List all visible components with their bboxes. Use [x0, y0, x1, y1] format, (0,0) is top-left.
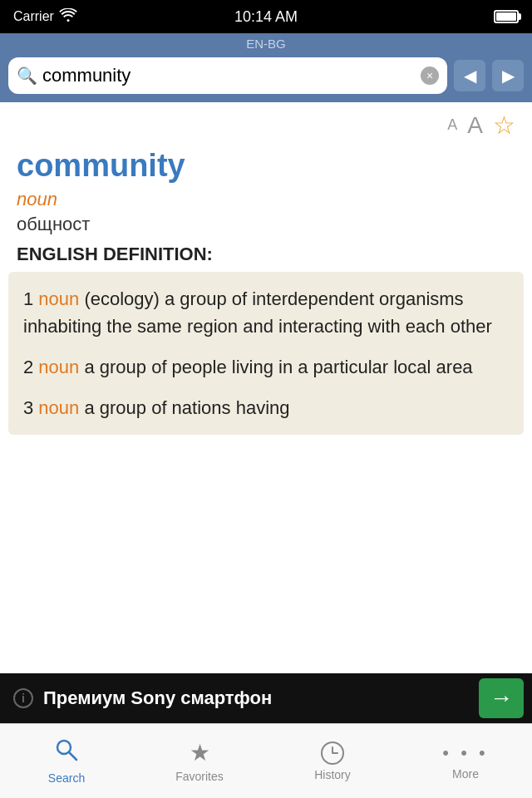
back-arrow-icon: ◀ — [464, 66, 476, 86]
info-icon: i — [22, 692, 25, 705]
lang-label: EN-BG — [0, 33, 532, 52]
def-noun-1: noun — [38, 288, 79, 309]
font-controls: A A ☆ — [0, 102, 532, 143]
tab-search[interactable]: Search — [0, 724, 133, 798]
word-translation: общност — [0, 212, 532, 240]
def-noun-3: noun — [38, 397, 79, 418]
favorite-star-button[interactable]: ☆ — [493, 111, 515, 140]
svg-line-1 — [69, 752, 76, 760]
carrier-label: Carrier — [13, 9, 54, 24]
tab-more[interactable]: • • • More — [399, 724, 532, 798]
wifi-icon — [59, 8, 77, 25]
status-bar: Carrier 10:14 AM — [0, 0, 532, 33]
definition-box: 1 noun (ecology) a group of interdepende… — [8, 272, 524, 435]
search-icon: 🔍 — [17, 66, 37, 86]
word-type: noun — [0, 187, 532, 212]
font-small-label[interactable]: A — [447, 116, 457, 134]
favorites-tab-icon: ★ — [190, 739, 210, 766]
ad-text: Премиум Sony смартфон — [33, 687, 479, 709]
carrier: Carrier — [13, 8, 77, 25]
definition-entry-2: 2 noun a group of people living in a par… — [23, 353, 509, 381]
ad-banner[interactable]: i Премиум Sony смартфон → — [0, 673, 532, 723]
search-input[interactable] — [42, 65, 416, 86]
more-tab-icon: • • • — [442, 742, 488, 764]
ad-info-button[interactable]: i — [13, 688, 33, 708]
battery-icon — [494, 10, 519, 23]
tab-history[interactable]: History — [266, 724, 399, 798]
def-text-2: a group of people living in a particular… — [79, 357, 472, 377]
def-num-2: 2 — [23, 357, 38, 377]
clear-button[interactable]: × — [421, 66, 439, 85]
clear-icon: × — [426, 69, 433, 82]
ad-arrow-button[interactable]: → — [479, 678, 524, 718]
def-noun-2: noun — [38, 357, 79, 377]
history-tab-icon — [321, 741, 344, 765]
header: EN-BG 🔍 × ◀ ▶ — [0, 33, 532, 102]
search-box: 🔍 × — [8, 57, 447, 94]
status-time: 10:14 AM — [234, 8, 298, 26]
battery-fill — [496, 12, 516, 21]
forward-arrow-icon: ▶ — [502, 66, 515, 86]
def-text-1: (ecology) a group of interdependent orga… — [23, 288, 492, 337]
font-large-label[interactable]: A — [467, 112, 483, 139]
definition-entry-1: 1 noun (ecology) a group of interdepende… — [23, 285, 509, 340]
def-num-1: 1 — [23, 288, 38, 309]
def-text-3: a group of nations having — [79, 397, 289, 418]
word-title: community — [0, 143, 532, 187]
tab-favorites-label: Favorites — [175, 770, 224, 783]
definition-section-header: ENGLISH DEFINITION: — [0, 240, 532, 272]
def-num-3: 3 — [23, 397, 38, 418]
back-button[interactable]: ◀ — [454, 60, 485, 91]
content-area: A A ☆ community noun общност ENGLISH DEF… — [0, 102, 532, 712]
tab-more-label: More — [452, 767, 479, 781]
definition-entry-3: 3 noun a group of nations having — [23, 394, 509, 421]
tab-history-label: History — [314, 768, 351, 781]
tab-favorites[interactable]: ★ Favorites — [133, 724, 266, 798]
ad-arrow-icon: → — [490, 685, 513, 712]
tab-search-label: Search — [48, 771, 85, 785]
search-tab-icon — [54, 737, 79, 768]
forward-button[interactable]: ▶ — [492, 60, 524, 91]
tab-bar: Search ★ Favorites History • • • More — [0, 723, 532, 798]
header-controls: 🔍 × ◀ ▶ — [0, 52, 532, 102]
